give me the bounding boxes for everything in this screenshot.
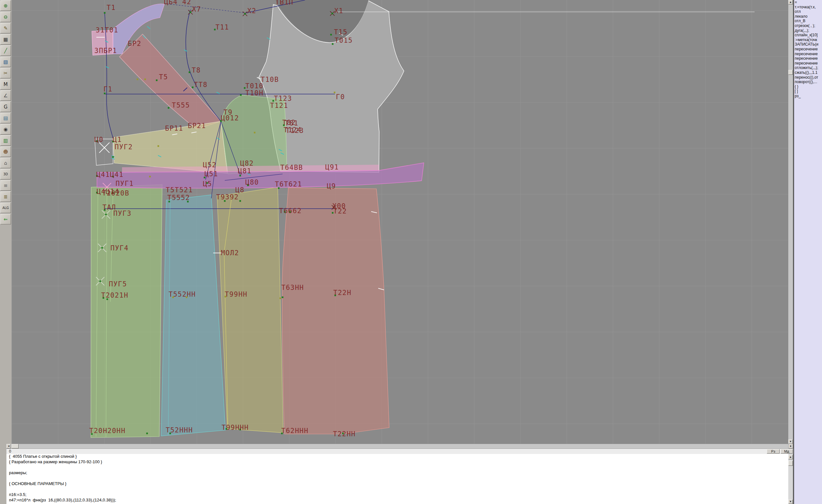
pattern-point[interactable] bbox=[332, 43, 334, 45]
garment-button[interactable]: ⌂ bbox=[0, 158, 11, 168]
scroll-up-icon[interactable]: ▲ bbox=[788, 0, 793, 4]
cyan-skirt-piece[interactable] bbox=[161, 195, 226, 436]
pattern-point[interactable] bbox=[192, 87, 193, 88]
pattern-canvas[interactable]: ЦБ4 42ТВ1ПТ1Х7Х2Х1Т11Т15Т015З1Т01БР2ЗПБР… bbox=[12, 0, 788, 444]
camera-button[interactable]: ◉ bbox=[0, 124, 11, 134]
picture-button[interactable]: ▧ bbox=[0, 56, 11, 67]
pattern-point[interactable] bbox=[330, 34, 332, 36]
point-label: Т010 bbox=[245, 82, 264, 90]
command-item[interactable]: :=метка(точк bbox=[794, 38, 822, 42]
view-3d-button[interactable]: 3D bbox=[0, 169, 11, 179]
point-label: Т99НН bbox=[225, 291, 248, 298]
command-item[interactable]: дуга(,,,); bbox=[794, 28, 822, 33]
command-item[interactable]: отл bbox=[794, 9, 822, 14]
canvas-hscrollbar[interactable]: ◄ bbox=[6, 444, 788, 449]
pattern-point[interactable] bbox=[104, 12, 106, 14]
canvas-hscroll-thumb[interactable] bbox=[12, 444, 19, 449]
pattern-point[interactable] bbox=[156, 80, 158, 81]
spec-table-button[interactable]: ▥ bbox=[0, 135, 11, 146]
drafting-tools-button[interactable]: ∠ bbox=[0, 90, 11, 101]
right-skirt-piece[interactable] bbox=[282, 188, 389, 434]
pattern-point[interactable] bbox=[332, 13, 333, 14]
algorithms-button[interactable]: ALG bbox=[0, 202, 11, 213]
rz-button[interactable]: Рз bbox=[767, 449, 780, 454]
point-label: Т5 bbox=[159, 73, 168, 81]
exit-button[interactable]: ⇐ bbox=[0, 214, 11, 224]
command-item[interactable]: отрезок( , ); bbox=[794, 23, 822, 28]
console-vscroll-thumb[interactable] bbox=[788, 461, 793, 466]
pattern-point[interactable] bbox=[168, 107, 169, 109]
khaki-skirt-piece[interactable] bbox=[217, 187, 283, 433]
point-label: Т121 bbox=[270, 102, 288, 109]
command-item[interactable]: поворот((),... bbox=[794, 80, 822, 84]
command-item[interactable]: { } bbox=[794, 84, 822, 89]
console-scroll-down-icon[interactable]: ▼ bbox=[788, 500, 793, 504]
console-line bbox=[6, 486, 788, 492]
books-icon: ≣ bbox=[4, 194, 8, 200]
scroll-down-icon[interactable]: ▼ bbox=[788, 440, 793, 444]
command-item[interactable]: т.=точка(т.х, bbox=[794, 5, 822, 10]
point-label: Т6Т621 bbox=[275, 180, 302, 188]
point-label: Т5552 bbox=[167, 194, 190, 201]
zoom-out-button[interactable]: ⊖ bbox=[0, 12, 11, 22]
point-label: ПУГ1 bbox=[115, 180, 134, 187]
command-item[interactable]: отл_В bbox=[794, 19, 822, 23]
pattern-point[interactable] bbox=[101, 247, 103, 249]
command-item[interactable]: лекало bbox=[794, 14, 822, 19]
pattern-point[interactable] bbox=[240, 200, 241, 202]
left-skirt-piece[interactable] bbox=[91, 184, 162, 438]
measurements-button[interactable]: M bbox=[0, 79, 11, 90]
ruler-button[interactable]: ▤ bbox=[0, 113, 11, 123]
command-item[interactable]: пересечение bbox=[794, 56, 822, 61]
pattern-point[interactable] bbox=[190, 12, 191, 13]
command-item[interactable]: сжать((),,,1.1 bbox=[794, 70, 822, 75]
canvas-vscrollbar[interactable]: ▲ ▼ bbox=[788, 0, 793, 444]
sketch-pad-button[interactable]: ✎ bbox=[0, 23, 11, 33]
scroll-right-icon[interactable]: ► bbox=[789, 444, 793, 449]
pattern-point[interactable] bbox=[105, 214, 107, 215]
scroll-left-icon[interactable]: ◄ bbox=[6, 444, 11, 449]
books-button[interactable]: ≣ bbox=[0, 191, 11, 202]
pattern-drawing[interactable]: ЦБ4 42ТВ1ПТ1Х7Х2Х1Т11Т15Т015З1Т01БР2ЗПБР… bbox=[12, 0, 788, 444]
segment-tool-icon: ╱ bbox=[4, 48, 7, 54]
pattern-point[interactable] bbox=[112, 156, 114, 158]
pattern-point[interactable] bbox=[189, 72, 190, 73]
pattern-point[interactable] bbox=[282, 297, 284, 298]
zoom-in-button[interactable]: ⊕ bbox=[0, 0, 11, 11]
pattern-point[interactable] bbox=[146, 433, 148, 434]
point-label: Т15 bbox=[334, 28, 347, 36]
pattern-point[interactable] bbox=[240, 94, 242, 96]
command-item[interactable]: перенос((),от bbox=[794, 75, 822, 80]
algorithms-icon: ALG bbox=[2, 206, 9, 209]
command-item[interactable]: ЗАПИСАТЬ(и bbox=[794, 42, 822, 47]
notch-tick bbox=[106, 66, 109, 68]
pattern-point[interactable] bbox=[244, 13, 246, 15]
command-item[interactable]: = bbox=[794, 0, 822, 5]
text-list-button[interactable]: ≡ bbox=[0, 180, 11, 191]
console-vscrollbar[interactable]: ▲ ▼ bbox=[788, 454, 793, 504]
app-window: { "toolbar": { "buttons": [ {"name":"zoo… bbox=[0, 0, 822, 504]
command-list-panel[interactable]: =т.=точка(т.х,отллекалоотл_Вотрезок( , )… bbox=[793, 0, 822, 504]
command-item[interactable]: пересечение bbox=[794, 47, 822, 52]
pattern-piece-button[interactable]: ✂ bbox=[0, 68, 11, 78]
command-item[interactable]: отложить(,,,); bbox=[794, 65, 822, 70]
console-scroll-up-icon[interactable]: ▲ bbox=[788, 455, 793, 459]
segment-tool-button[interactable]: ╱ bbox=[0, 45, 11, 56]
command-item[interactable]: пересечение bbox=[794, 61, 822, 66]
command-item[interactable]: рз_ bbox=[794, 94, 822, 98]
drafting-tools-icon: ∠ bbox=[4, 93, 8, 98]
command-item[interactable]: [ ] bbox=[794, 89, 822, 94]
md-button[interactable]: Мд bbox=[781, 449, 793, 454]
pattern-point[interactable] bbox=[99, 281, 101, 282]
graphics-button[interactable]: G bbox=[0, 101, 11, 112]
pattern-point[interactable] bbox=[240, 175, 241, 176]
console-line: п47:=п16*л фнк(рз 16,((80,0.33),(112,0.3… bbox=[6, 497, 788, 503]
point-label: Ц8 bbox=[236, 186, 244, 194]
parameter-console[interactable]: { 4055 Платье с открытой спиной }{ Разра… bbox=[6, 454, 788, 504]
command-item[interactable]: пересечение bbox=[794, 52, 822, 56]
point-label: Т22Н bbox=[333, 289, 352, 297]
grid-table-button[interactable]: ▦ bbox=[0, 34, 11, 45]
portrait-button[interactable]: ☻ bbox=[0, 146, 11, 157]
canvas-vscroll-thumb[interactable] bbox=[788, 70, 793, 75]
command-item[interactable]: сплайн_к[10] bbox=[794, 33, 822, 38]
